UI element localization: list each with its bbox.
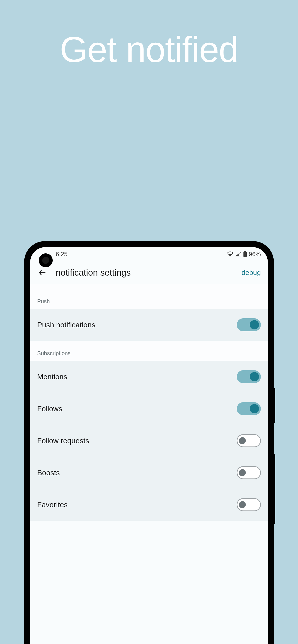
row-label: Push notifications — [37, 320, 95, 329]
row-label: Follow requests — [37, 436, 89, 445]
status-icons: 96% — [227, 250, 261, 258]
arrow-back-icon — [38, 268, 47, 277]
signal-icon — [235, 252, 241, 257]
debug-action[interactable]: debug — [242, 269, 261, 276]
toggle-mentions[interactable] — [237, 370, 261, 383]
wifi-icon — [227, 252, 233, 257]
row-follow-requests[interactable]: Follow requests — [30, 425, 268, 457]
row-favorites[interactable]: Favorites — [30, 489, 268, 521]
toggle-follow-requests[interactable] — [237, 434, 261, 447]
status-time: 6:25 — [56, 250, 68, 258]
phone-screen: 6:25 — [30, 247, 268, 644]
row-label: Mentions — [37, 372, 67, 381]
row-push-notifications[interactable]: Push notifications — [30, 309, 268, 341]
section-header-subscriptions: Subscriptions — [30, 341, 268, 361]
battery-percent: 96% — [249, 250, 261, 258]
row-boosts[interactable]: Boosts — [30, 457, 268, 489]
camera-punch-hole — [39, 254, 53, 267]
status-bar: 6:25 — [30, 247, 268, 261]
row-follows[interactable]: Follows — [30, 393, 268, 425]
toggle-follows[interactable] — [237, 402, 261, 415]
toggle-boosts[interactable] — [237, 466, 261, 479]
toggle-favorites[interactable] — [237, 498, 261, 511]
row-label: Favorites — [37, 500, 68, 509]
phone-volume-button — [273, 454, 275, 524]
phone-power-button — [273, 388, 275, 423]
section-header-push: Push — [30, 284, 268, 309]
hero-title: Get notified — [0, 29, 298, 70]
page-title: notification settings — [56, 268, 242, 278]
battery-icon — [243, 251, 247, 257]
row-mentions[interactable]: Mentions — [30, 361, 268, 393]
phone-frame: 6:25 — [24, 241, 274, 644]
app-bar: notification settings debug — [30, 261, 268, 284]
toggle-push-notifications[interactable] — [237, 318, 261, 331]
row-label: Boosts — [37, 468, 60, 477]
back-button[interactable] — [37, 268, 47, 278]
row-label: Follows — [37, 404, 62, 413]
svg-rect-0 — [244, 251, 246, 252]
svg-rect-1 — [243, 252, 247, 257]
